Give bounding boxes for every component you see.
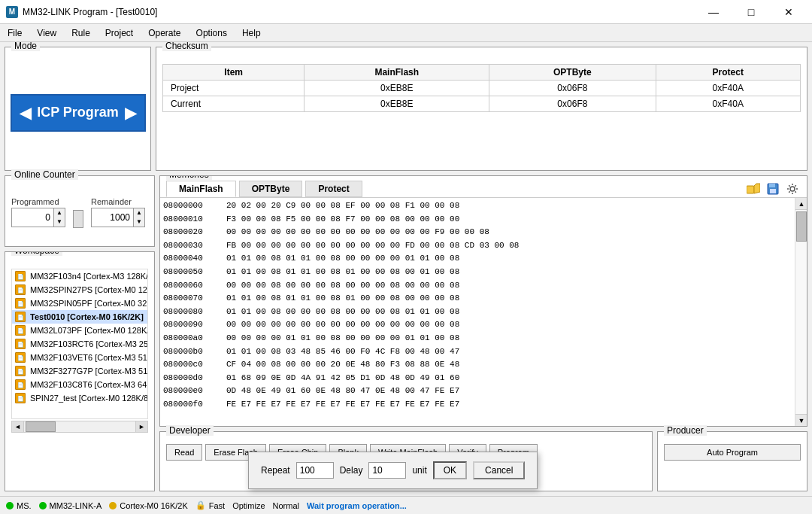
programmed-up[interactable]: ▲ [54, 208, 65, 217]
delay-input[interactable] [368, 462, 406, 479]
hscroll-right[interactable]: ► [135, 421, 147, 432]
hex-bytes: 01 01 00 08 01 01 00 08 01 00 00 08 00 0… [226, 266, 792, 279]
remainder-up[interactable]: ▲ [134, 208, 144, 217]
tab-optbyte[interactable]: OPTByte [239, 181, 303, 197]
workspace-item-label: Test0010 [Cortex-M0 16K/2K] [30, 312, 144, 321]
hex-bytes: 00 00 00 08 00 00 00 08 00 00 00 08 00 0… [226, 279, 792, 293]
remainder-input-wrap: 1000 ▲ ▼ [91, 208, 145, 227]
hex-row: 080000c0CF 04 00 08 00 00 00 20 0E 48 80… [163, 358, 792, 372]
save-file-button[interactable] [765, 181, 781, 197]
vscroll-thumb[interactable] [796, 211, 807, 242]
menu-rule[interactable]: Rule [64, 26, 98, 41]
workspace-item[interactable]: 📄MM32F103VET6 [Cortex-M3 512K [12, 351, 147, 364]
delay-label: Delay [340, 465, 363, 476]
icp-program-button[interactable]: ◀ ICP Program ▶ [11, 94, 146, 132]
ms-dot [6, 502, 14, 509]
checksum-col-protect: Protect [656, 65, 801, 81]
unit-label: unit [412, 465, 426, 476]
open-file-button[interactable] [745, 181, 762, 197]
workspace-title: Workspace [11, 251, 62, 256]
remainder-label: Remainder [91, 197, 145, 206]
programmed-input-wrap: 0 ▲ ▼ [11, 208, 65, 227]
workspace-item-icon: 📄 [15, 339, 26, 349]
workspace-item[interactable]: 📄MM32F3277G7P [Cortex-M3 512K [12, 364, 147, 378]
workspace-item[interactable]: 📄Test0010 [Cortex-M0 16K/2K] [12, 310, 147, 324]
workspace-item-icon: 📄 [15, 352, 26, 363]
cancel-button[interactable]: Cancel [473, 461, 525, 479]
hex-bytes: FB 00 00 00 00 00 00 00 00 00 00 00 FD 0… [226, 239, 792, 253]
remainder-input[interactable]: 1000 [92, 208, 133, 227]
hex-row: 080000b001 01 00 08 03 48 85 46 00 F0 4C… [163, 345, 792, 359]
menu-project[interactable]: Project [98, 26, 141, 41]
svg-rect-0 [747, 186, 754, 193]
workspace-item-label: MM32L073PF [Cortex-M0 128K/8K [30, 326, 148, 335]
dev-button-read[interactable]: Read [166, 444, 202, 461]
ok-button[interactable]: OK [433, 461, 467, 479]
checksum-row: Current0xEB8E0x06F80xF40A [163, 96, 801, 112]
workspace-item[interactable]: 📄MM32F103C8T6 [Cortex-M3 64K/2 [12, 378, 147, 391]
producer-title: Producer [664, 425, 707, 436]
maximize-button[interactable]: □ [734, 2, 768, 23]
vscroll[interactable]: ▲ ▼ [795, 198, 807, 426]
remainder-down[interactable]: ▼ [134, 217, 144, 227]
checksum-row: Project0xEB8E0x06F80xF40A [163, 81, 801, 96]
workspace-item[interactable]: 📄MM32SPIN27PS [Cortex-M0 128K [12, 283, 147, 297]
hex-address: 08000010 [163, 213, 223, 227]
checksum-col-item: Item [163, 65, 304, 81]
menu-help[interactable]: Help [235, 26, 268, 41]
status-normal: Normal [273, 501, 299, 510]
optimize-label: Optimize [232, 501, 265, 510]
programmed-input[interactable]: 0 [12, 208, 53, 227]
close-button[interactable]: ✕ [771, 2, 806, 23]
auto-program-button[interactable]: Auto Program [664, 444, 801, 461]
hex-row: 080000f0FE E7 FE E7 FE E7 FE E7 FE E7 FE… [163, 398, 792, 412]
svg-rect-3 [770, 189, 776, 193]
hex-bytes: 01 01 00 08 01 01 00 08 00 00 00 00 01 0… [226, 252, 792, 266]
workspace-item[interactable]: 📄MM32SPIN05PF [Cortex-M0 32K/4 [12, 297, 147, 310]
fast-label: Fast [209, 501, 225, 510]
online-counter-panel: Online Counter Programmed 0 ▲ ▼ [5, 175, 155, 247]
checksum-col-mainflash: MainFlash [304, 65, 489, 81]
programmed-down[interactable]: ▼ [54, 217, 65, 227]
workspace-item-label: MM32SPIN27PS [Cortex-M0 128K [30, 285, 148, 294]
workspace-item[interactable]: 📄MM32F103RCT6 [Cortex-M3 256K [12, 337, 147, 351]
hex-address: 08000050 [163, 266, 223, 279]
workspace-item-icon: 📄 [15, 393, 26, 403]
title-bar: M MM32-LINK Program - [Test0010] — □ ✕ [0, 0, 812, 24]
hex-row: 0800005001 01 00 08 01 01 00 08 01 00 00… [163, 266, 792, 279]
minimize-button[interactable]: — [696, 2, 731, 23]
status-lock: 🔒 Fast [195, 500, 225, 510]
hex-row: 080000d001 68 09 0E 0D 4A 91 42 05 D1 0D… [163, 372, 792, 385]
menu-operate[interactable]: Operate [141, 26, 188, 41]
workspace-item-label: MM32F103C8T6 [Cortex-M3 64K/2 [30, 380, 148, 389]
programmed-label: Programmed [11, 197, 65, 206]
tab-protect[interactable]: Protect [305, 181, 362, 197]
cortex-dot [109, 502, 117, 509]
repeat-dialog: Repeat Delay unit OK Cancel [248, 452, 538, 489]
workspace-item-label: MM32F103VET6 [Cortex-M3 512K [30, 353, 148, 362]
vscroll-up[interactable]: ▲ [795, 198, 807, 210]
workspace-hscroll[interactable]: ◄ ► [11, 421, 148, 433]
right-panels: Memories MainFlash OPTByte Protect [159, 175, 807, 491]
hscroll-thumb[interactable] [26, 421, 56, 432]
repeat-input[interactable] [296, 462, 334, 479]
workspace-item[interactable]: 📄MM32F103n4 [Cortex-M3 128K/20I [12, 269, 147, 283]
menu-file[interactable]: File [0, 26, 29, 41]
hscroll-left[interactable]: ◄ [12, 421, 24, 432]
settings-button[interactable] [784, 181, 801, 197]
workspace-item[interactable]: 📄SPIN27_test [Cortex-M0 128K/8K] [12, 391, 147, 405]
menu-view[interactable]: View [29, 26, 64, 41]
menu-options[interactable]: Options [189, 26, 235, 41]
wait-label: Wait program operation... [307, 501, 407, 510]
workspace-item-icon: 📄 [15, 271, 26, 281]
status-cortex: Cortex-M0 16K/2K [109, 501, 187, 510]
left-panels: Online Counter Programmed 0 ▲ ▼ [5, 175, 155, 491]
hex-address: 08000080 [163, 306, 223, 319]
main-content: Mode ◀ ICP Program ▶ Checksum Item MainF… [0, 42, 812, 496]
vscroll-down[interactable]: ▼ [795, 414, 807, 426]
status-ms: MS. [6, 501, 32, 510]
hex-bytes: 20 02 00 20 C9 00 00 08 EF 00 00 08 F1 0… [226, 199, 792, 213]
workspace-item[interactable]: 📄MM32L073PF [Cortex-M0 128K/8K [12, 324, 147, 337]
programmed-spinner: ▲ ▼ [53, 208, 65, 227]
tab-mainflash[interactable]: MainFlash [166, 181, 236, 197]
